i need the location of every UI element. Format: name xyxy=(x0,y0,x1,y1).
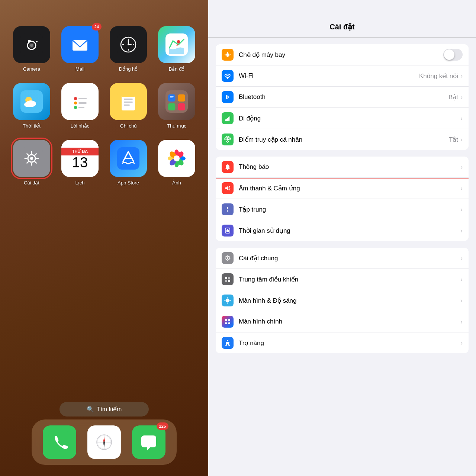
hotspot-value: Tắt xyxy=(449,136,458,144)
dock-safari[interactable] xyxy=(87,425,121,459)
svg-point-25 xyxy=(74,102,77,104)
bluetooth-value: Bật xyxy=(448,93,458,101)
search-icon: 🔍 xyxy=(87,406,94,413)
search-bar[interactable]: 🔍 Tìm kiếm xyxy=(60,402,149,416)
accessibility-icon xyxy=(222,337,234,349)
svg-rect-38 xyxy=(178,94,185,102)
svg-rect-93 xyxy=(228,277,230,279)
calendar-date: 13 xyxy=(72,155,88,170)
sounds-label: Âm thanh & Cảm ứng xyxy=(239,184,460,192)
svg-rect-95 xyxy=(228,280,230,282)
display-label: Màn hình & Độ sáng xyxy=(239,297,460,305)
app-maps[interactable]: Bản đồ xyxy=(156,26,197,72)
settings-group-general: Cài đặt chung › Trung tâm điều khiển › xyxy=(216,248,469,353)
accessibility-chevron: › xyxy=(460,339,463,347)
settings-group-notifications: Thông báo › Âm thanh & Cảm ứng › xyxy=(216,157,469,241)
svg-point-26 xyxy=(74,106,77,109)
notifications-chevron: › xyxy=(460,163,463,171)
svg-rect-28 xyxy=(78,102,87,104)
dock-phone[interactable] xyxy=(43,425,76,459)
focus-label: Tập trung xyxy=(239,206,460,213)
svg-point-74 xyxy=(103,441,105,443)
svg-point-16 xyxy=(128,44,129,45)
svg-rect-104 xyxy=(228,322,230,324)
settings-row-sounds[interactable]: Âm thanh & Cảm ứng › xyxy=(216,178,469,199)
settings-row-screentime[interactable]: Thời gian sử dụng › xyxy=(216,220,469,241)
svg-rect-33 xyxy=(124,102,133,103)
general-chevron: › xyxy=(460,254,463,262)
svg-point-105 xyxy=(227,340,228,341)
settings-row-focus[interactable]: Tập trung › xyxy=(216,199,469,220)
settings-row-home-screen[interactable]: Màn hình chính › xyxy=(216,311,469,332)
display-chevron: › xyxy=(460,297,463,305)
app-grid: Camera 24 Mail xyxy=(11,26,197,186)
wifi-value: Không kết nối xyxy=(419,72,458,80)
app-calendar[interactable]: THỨ BA 13 Lịch xyxy=(60,140,100,186)
general-label: Cài đặt chung xyxy=(239,254,460,262)
app-weather-label: Thời tiết xyxy=(23,123,41,129)
airplane-toggle[interactable] xyxy=(443,49,463,61)
settings-row-hotspot[interactable]: Điểm truy cập cá nhân Tắt › xyxy=(216,129,469,150)
svg-point-96 xyxy=(226,299,229,302)
screentime-chevron: › xyxy=(460,227,463,235)
app-maps-label: Bản đồ xyxy=(169,66,185,72)
settings-row-notifications[interactable]: Thông báo › xyxy=(216,157,469,178)
svg-rect-29 xyxy=(78,107,84,108)
app-folder-label: Thư mục xyxy=(167,123,186,129)
app-appstore[interactable]: App Store xyxy=(108,140,149,186)
display-icon xyxy=(222,295,234,306)
home-screen-chevron: › xyxy=(460,318,463,326)
control-center-icon xyxy=(222,273,234,285)
settings-row-mobile[interactable]: Di động › xyxy=(216,108,469,129)
mobile-chevron: › xyxy=(460,115,463,122)
hotspot-icon xyxy=(222,134,234,145)
svg-rect-40 xyxy=(178,103,185,110)
svg-point-65 xyxy=(174,155,180,161)
app-folder[interactable]: Thư mục xyxy=(156,83,197,129)
messages-badge: 225 xyxy=(157,422,168,430)
home-screen-label: Màn hình chính xyxy=(239,318,460,325)
app-clock-label: Đồng hồ xyxy=(119,66,138,72)
app-weather[interactable]: Thời tiết xyxy=(11,83,52,129)
svg-rect-94 xyxy=(225,280,227,282)
app-reminders[interactable]: Lời nhắc xyxy=(60,83,100,129)
app-mail[interactable]: 24 Mail xyxy=(60,26,100,72)
control-center-chevron: › xyxy=(460,276,463,283)
settings-row-airplane[interactable]: Chế độ máy bay xyxy=(216,44,469,65)
app-calendar-label: Lịch xyxy=(75,180,85,186)
settings-panel: Cài đặt Chế độ máy bay xyxy=(208,0,476,476)
general-icon xyxy=(222,252,234,264)
airplane-icon xyxy=(222,49,234,61)
settings-row-control-center[interactable]: Trung tâm điều khiển › xyxy=(216,269,469,290)
settings-row-general[interactable]: Cài đặt chung › xyxy=(216,248,469,269)
svg-line-88 xyxy=(226,256,226,257)
svg-rect-41 xyxy=(170,96,174,97)
app-camera[interactable]: Camera xyxy=(11,26,52,72)
dock-messages[interactable]: 225 xyxy=(132,425,165,459)
notifications-icon xyxy=(222,161,234,173)
settings-row-wifi[interactable]: Wi-Fi Không kết nối › xyxy=(216,65,469,87)
settings-row-display[interactable]: Màn hình & Độ sáng › xyxy=(216,290,469,311)
app-notes[interactable]: Ghi chú xyxy=(108,83,149,129)
svg-rect-101 xyxy=(225,319,227,321)
app-settings-label: Cài đặt xyxy=(24,180,39,186)
svg-point-77 xyxy=(226,138,229,141)
app-appstore-label: App Store xyxy=(118,180,139,186)
screentime-label: Thời gian sử dụng xyxy=(239,227,460,235)
svg-rect-42 xyxy=(170,97,173,98)
app-photos[interactable]: Ảnh xyxy=(156,140,197,186)
app-reminders-label: Lời nhắc xyxy=(71,123,90,129)
settings-row-bluetooth[interactable]: Bluetooth Bật › xyxy=(216,87,469,108)
svg-line-90 xyxy=(229,256,229,257)
mobile-icon xyxy=(222,112,234,124)
svg-rect-78 xyxy=(227,169,228,170)
settings-row-accessibility[interactable]: Trợ năng › xyxy=(216,332,469,353)
home-screen-icon xyxy=(222,316,234,328)
app-settings[interactable]: Cài đặt xyxy=(11,140,52,186)
hotspot-label: Điểm truy cập cá nhân xyxy=(239,136,449,144)
app-notes-label: Ghi chú xyxy=(120,123,137,129)
app-clock[interactable]: Đồng hồ xyxy=(108,26,149,72)
sounds-chevron: › xyxy=(460,184,463,192)
settings-title: Cài đặt xyxy=(208,0,476,38)
mail-badge: 24 xyxy=(92,23,102,30)
